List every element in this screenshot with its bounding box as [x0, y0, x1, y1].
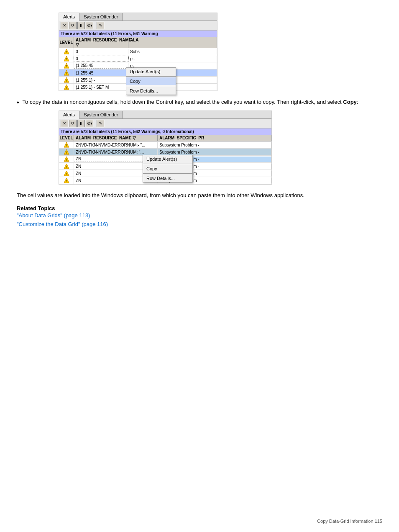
warning-icon: !	[64, 156, 69, 162]
cell-level: !	[59, 177, 74, 184]
svg-text:!: !	[66, 86, 66, 90]
cell-level: !	[59, 62, 74, 69]
related-link-2[interactable]: "Customize the Data Grid" (page 116)	[17, 220, 382, 229]
tab-alerts-2[interactable]: Alerts	[59, 111, 79, 119]
close-btn-2[interactable]: ✕	[61, 120, 68, 127]
cell-name: (1,255,45	[74, 70, 128, 76]
pause-btn-2[interactable]: ⏸	[77, 120, 85, 127]
warning-icon: !	[64, 177, 69, 183]
cell-name: (1,255,45	[74, 63, 128, 69]
pause-icon: ⏸	[79, 23, 83, 28]
warning-icon: !	[64, 77, 69, 83]
close-btn-1[interactable]: ✕	[61, 22, 68, 29]
col-level-1: LEVEL	[59, 37, 74, 48]
bullet-section-1: • To copy the data in noncontiguous cell…	[17, 98, 382, 106]
bold-copy-label: Copy	[343, 99, 357, 105]
cell-level: !	[59, 163, 74, 170]
cell-level: !	[59, 69, 74, 76]
svg-text:!: !	[66, 172, 66, 176]
cell-level: !	[59, 55, 74, 62]
context-copy-2[interactable]: Copy	[143, 165, 192, 172]
warning-icon: !	[64, 63, 69, 69]
svg-text:!: !	[66, 144, 66, 147]
table-row[interactable]: ! 0 Subs	[59, 48, 217, 55]
alert-summary-2: There are 573 total alerts (11 Errors, 5…	[59, 129, 271, 135]
refresh-btn-2[interactable]: ⟳	[69, 120, 77, 127]
close-icon: ✕	[63, 23, 66, 28]
table-row[interactable]: ! ZNVD-TKN-NVMD-ERRORNUM:- "... Subsyste…	[59, 141, 271, 149]
cell-name: 0	[74, 49, 128, 54]
cell-level: !	[59, 84, 74, 90]
cell-level: !	[59, 170, 74, 177]
warning-icon: !	[64, 163, 69, 169]
close-icon: ✕	[63, 121, 66, 126]
tab-alerts-1[interactable]: Alerts	[59, 13, 79, 21]
toolbar-1: ✕ ⟳ ⏸ ⊙▾ ✎	[59, 21, 217, 31]
grid-header-2: LEVEL ALARM_RESOURCE_NAME ▽ ALARM_SPECIF…	[59, 135, 271, 141]
svg-text:!: !	[66, 158, 66, 162]
warning-icon: !	[64, 49, 69, 54]
refresh-icon: ⟳	[71, 121, 74, 126]
view-icon: ⊙▾	[87, 121, 92, 126]
col-alarm-name-1: ALARM_RESOURCE_NAME ▽	[74, 37, 128, 48]
svg-text:!: !	[66, 57, 66, 61]
context-update-alerts-1[interactable]: Update Alert(s)	[126, 68, 176, 75]
tab-system-offender-1[interactable]: System Offender	[79, 13, 123, 21]
cell-name: ZNVD-TKN-NVMD-ERRORNUM:- "...	[74, 142, 158, 148]
context-row-details-1[interactable]: Row Details...	[126, 87, 176, 95]
edit-btn-1[interactable]: ✎	[97, 22, 104, 29]
edit-icon: ✎	[99, 23, 102, 28]
warning-icon: !	[64, 142, 69, 148]
view-btn-2[interactable]: ⊙▾	[86, 120, 93, 127]
context-copy-1[interactable]: Copy	[126, 77, 176, 85]
context-menu-2: Update Alert(s) Copy Row Details...	[143, 155, 193, 182]
separator-3	[143, 164, 192, 164]
cell-level: !	[59, 77, 74, 83]
context-row-details-2[interactable]: Row Details...	[143, 175, 192, 182]
view-icon: ⊙▾	[87, 23, 92, 28]
separator-4	[143, 173, 192, 174]
col-alarm-name-2: ALARM_RESOURCE_NAME ▽	[74, 135, 158, 141]
warning-icon: !	[64, 70, 69, 76]
table-row[interactable]: ! 0 ps	[59, 55, 217, 62]
cell-extra: Subsystem Problem -	[158, 149, 271, 155]
col-ala-1: ALA	[128, 37, 217, 48]
svg-text:!: !	[66, 79, 66, 82]
body-text: The cell values are loaded into the Wind…	[17, 191, 382, 200]
cell-name: ZNVD-TKN-NVMD-ERRORNUM: "...	[74, 149, 158, 155]
col-alarm-specific-2: ALARM_SPECIFIC_PR	[158, 135, 271, 141]
warning-icon: !	[64, 84, 69, 90]
bullet-text-1: To copy the data in noncontiguous cells,…	[23, 98, 358, 106]
cell-name: (1,255,1):-	[74, 77, 128, 83]
cell-name: (1,255,1):- SET M	[74, 85, 128, 90]
cell-level: !	[59, 48, 74, 55]
svg-text:!: !	[66, 64, 66, 68]
screenshot2: Alerts System Offender ✕ ⟳ ⏸ ⊙▾ ✎ There …	[59, 111, 272, 185]
warning-icon: !	[64, 170, 69, 176]
context-update-alerts-2[interactable]: Update Alert(s)	[143, 155, 192, 163]
bullet-dot-1: •	[17, 99, 19, 106]
toolbar-2: ✕ ⟳ ⏸ ⊙▾ ✎	[59, 119, 271, 129]
svg-text:!: !	[66, 50, 66, 54]
page-content: Alerts System Offender ✕ ⟳ ⏸ ⊙▾ ✎ There …	[17, 13, 382, 229]
pause-btn-1[interactable]: ⏸	[77, 22, 85, 29]
refresh-icon: ⟳	[71, 23, 74, 28]
view-btn-1[interactable]: ⊙▾	[86, 22, 93, 29]
tab-bar-2: Alerts System Offender	[59, 111, 271, 119]
edit-btn-2[interactable]: ✎	[97, 120, 104, 127]
grid-header-1: LEVEL ALARM_RESOURCE_NAME ▽ ALA	[59, 37, 217, 48]
related-topics: Related Topics "About Data Grids" (page …	[17, 205, 382, 229]
svg-text:!: !	[66, 151, 66, 154]
svg-text:!: !	[66, 165, 66, 169]
col-level-2: LEVEL	[59, 135, 74, 141]
related-link-1[interactable]: "About Data Grids" (page 113)	[17, 211, 382, 220]
cell-level: !	[59, 156, 74, 162]
context-menu-1: Update Alert(s) Copy Row Details...	[126, 67, 176, 95]
refresh-btn-1[interactable]: ⟳	[69, 22, 77, 29]
cell-level: !	[59, 149, 74, 155]
warning-icon: !	[64, 149, 69, 155]
cell-extra: ps	[128, 56, 217, 62]
tab-system-offender-2[interactable]: System Offender	[79, 111, 123, 118]
separator-1	[126, 76, 176, 77]
cell-level: !	[59, 141, 74, 148]
